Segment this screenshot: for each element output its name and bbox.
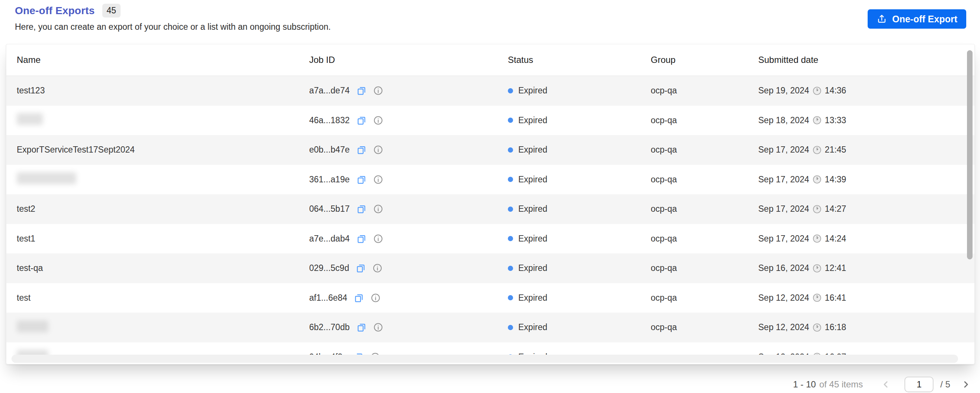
page-subtitle: Here, you can create an export of your c… [15, 22, 331, 32]
copy-icon[interactable] [356, 204, 366, 214]
cell-submitted-date: Sep 17, 2024 14:24 [758, 234, 974, 244]
info-icon[interactable] [373, 175, 383, 185]
cell-job-id: e0b...b47e [309, 145, 508, 155]
job-id-text: 064...5b17 [309, 204, 350, 214]
cell-job-id: 46a...1832 [309, 115, 508, 126]
copy-icon[interactable] [356, 86, 366, 95]
date-text: Sep 19, 2024 [758, 86, 809, 95]
job-id-text: 46a...1832 [309, 115, 350, 126]
time-text: 12:41 [825, 263, 846, 273]
time-text: 16:18 [825, 322, 846, 333]
status-dot [508, 266, 513, 271]
cell-group: ocp-qa [651, 234, 758, 244]
cell-name: test-qa [17, 263, 309, 273]
status-dot [508, 207, 513, 212]
clock-icon [813, 145, 821, 154]
copy-icon[interactable] [356, 145, 366, 155]
cell-status: Expired [508, 115, 651, 126]
cell-status: Expired [508, 145, 651, 155]
export-button-label: One-off Export [892, 14, 957, 25]
table-body: test123 a7a...de74 Expired ocp-qa [6, 76, 974, 356]
column-header-job-id: Job ID [309, 55, 508, 65]
time-text: 14:36 [825, 86, 846, 95]
chevron-left-icon[interactable] [881, 379, 891, 390]
info-icon[interactable] [372, 263, 382, 273]
cell-job-id: 361...a19e [309, 175, 508, 185]
cell-group: ocp-qa [651, 204, 758, 214]
exports-table-card: Name Job ID Status Group Submitted date … [6, 44, 975, 364]
cell-name: ExporTServiceTest17Sept2024 [17, 145, 309, 155]
copy-icon[interactable] [354, 293, 364, 303]
info-icon[interactable] [373, 115, 383, 126]
one-off-export-button[interactable]: One-off Export [868, 9, 966, 29]
cell-submitted-date: Sep 17, 2024 14:27 [758, 204, 974, 214]
info-icon[interactable] [371, 293, 380, 303]
info-icon[interactable] [373, 234, 383, 244]
cell-group: ocp-qa [651, 86, 758, 95]
status-dot [508, 88, 513, 94]
info-icon[interactable] [373, 322, 383, 333]
date-text: Sep 16, 2024 [758, 263, 809, 273]
clock-icon [813, 323, 821, 332]
chevron-right-icon[interactable] [961, 379, 971, 390]
job-id-text: 6b2...70db [309, 322, 350, 333]
pagination-bar: 1 - 10 of 45 items / 5 [793, 376, 971, 393]
cell-job-id: af1...6e84 [309, 293, 508, 303]
clock-icon [813, 234, 821, 243]
page-header: One-off Exports 45 Here, you can create … [15, 4, 331, 32]
clock-icon [813, 175, 821, 184]
vertical-scrollbar[interactable] [967, 50, 972, 259]
time-text: 14:39 [825, 175, 846, 185]
table-row: 6b2...70db Expired ocp-qa Sep 12, 2024 [6, 313, 974, 342]
cell-status: Expired [508, 204, 651, 214]
job-id-text: 029...5c9d [309, 263, 349, 273]
copy-icon[interactable] [356, 322, 366, 333]
redacted-name-blur [17, 320, 48, 333]
cell-submitted-date: Sep 17, 2024 14:39 [758, 175, 974, 185]
status-label: Expired [518, 322, 547, 333]
cell-submitted-date: Sep 12, 2024 16:41 [758, 293, 974, 303]
copy-icon[interactable] [356, 175, 366, 185]
status-dot [508, 325, 513, 330]
date-text: Sep 18, 2024 [758, 115, 809, 126]
cell-group: ocp-qa [651, 115, 758, 126]
table-row: test1 a7e...dab4 Expired ocp-qa [6, 224, 974, 254]
table-row: 361...a19e Expired ocp-qa Sep 17, 2024 [6, 165, 974, 195]
info-icon[interactable] [373, 86, 383, 95]
cell-group: ocp-qa [651, 145, 758, 155]
cell-submitted-date: Sep 16, 2024 12:41 [758, 263, 974, 273]
cell-group: ocp-qa [651, 175, 758, 185]
info-icon[interactable] [373, 145, 383, 155]
count-badge: 45 [102, 4, 121, 18]
clock-icon [813, 293, 821, 302]
cell-group: ocp-qa [651, 293, 758, 303]
cell-submitted-date: Sep 19, 2024 14:36 [758, 86, 974, 95]
table-row: test123 a7a...de74 Expired ocp-qa [6, 76, 974, 106]
date-text: Sep 12, 2024 [758, 293, 809, 303]
status-label: Expired [518, 145, 547, 155]
cell-name [17, 172, 309, 186]
pagination-total-pages: / 5 [940, 379, 950, 390]
cell-status: Expired [508, 293, 651, 303]
status-label: Expired [518, 293, 547, 303]
horizontal-scrollbar[interactable] [11, 355, 958, 363]
page-title: One-off Exports [15, 5, 95, 17]
status-dot [508, 147, 513, 153]
page-number-input[interactable] [904, 377, 934, 392]
pagination-of-label: of 45 items [819, 379, 863, 390]
column-header-submitted-date: Submitted date [758, 55, 974, 65]
cell-status: Expired [508, 86, 651, 95]
table-row: ExporTServiceTest17Sept2024 e0b...b47e E… [6, 135, 974, 165]
status-label: Expired [518, 175, 547, 185]
date-text: Sep 17, 2024 [758, 175, 809, 185]
cell-name: test2 [17, 204, 309, 214]
export-upload-icon [877, 14, 887, 24]
info-icon[interactable] [373, 204, 383, 214]
copy-icon[interactable] [356, 115, 366, 126]
cell-submitted-date: Sep 12, 2024 16:18 [758, 322, 974, 333]
copy-icon[interactable] [356, 263, 366, 273]
copy-icon[interactable] [356, 234, 366, 244]
clock-icon [813, 86, 821, 95]
job-id-text: e0b...b47e [309, 145, 350, 155]
table-row: test af1...6e84 Expired ocp-qa [6, 283, 974, 313]
